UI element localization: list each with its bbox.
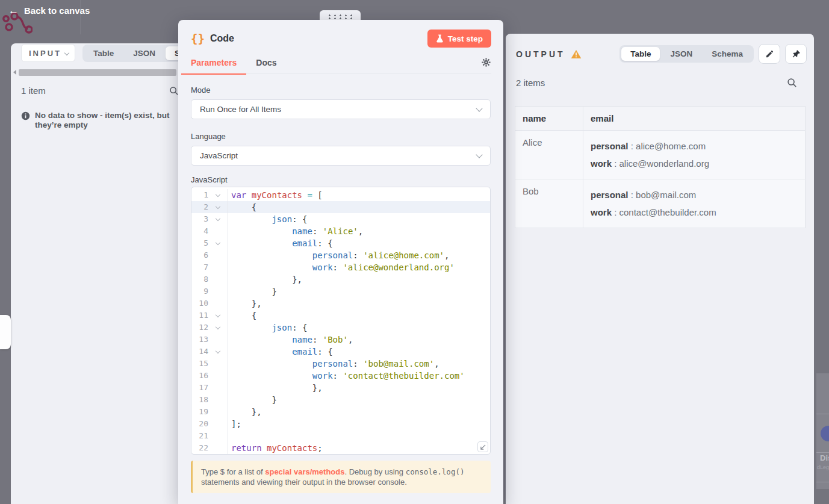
code-text: } bbox=[228, 394, 277, 406]
back-to-canvas-label: Back to canvas bbox=[24, 5, 90, 16]
code-line[interactable]: 14 email: { bbox=[191, 346, 490, 358]
gear-icon[interactable] bbox=[481, 57, 491, 67]
code-line[interactable]: 6 personal: 'alice@home.com', bbox=[191, 249, 490, 261]
code-line[interactable]: 11 { bbox=[191, 310, 490, 322]
cell-email: personal : alice@home.comwork : alice@wo… bbox=[583, 131, 806, 179]
test-step-label: Test step bbox=[448, 34, 483, 43]
output-tab-json[interactable]: JSON bbox=[661, 47, 701, 61]
fold-chevron-icon[interactable] bbox=[216, 325, 220, 329]
node-title-fragment: Dis bbox=[820, 453, 829, 462]
code-editor[interactable]: 1var myContacts = [2 {3 json: {4 name: '… bbox=[191, 187, 491, 455]
fold-gutter bbox=[208, 358, 228, 370]
code-line[interactable]: 18 } bbox=[191, 394, 490, 406]
fold-gutter bbox=[208, 249, 228, 261]
back-arrow-icon: ← bbox=[8, 5, 19, 16]
node-edge-line bbox=[816, 452, 829, 453]
background-workflow-node: Dis dLega bbox=[816, 373, 829, 489]
editor-resize-handle[interactable] bbox=[477, 441, 488, 452]
input-panel-title: INPUT bbox=[29, 49, 61, 58]
drag-dots-icon bbox=[327, 14, 353, 19]
fold-gutter bbox=[208, 285, 228, 297]
back-to-canvas-link[interactable]: ← Back to canvas bbox=[8, 5, 90, 16]
code-text: personal: 'bob@mail.com', bbox=[228, 358, 439, 370]
column-header-email[interactable]: email bbox=[583, 107, 806, 131]
code-text: email: { bbox=[228, 346, 333, 358]
code-line[interactable]: 9 } bbox=[191, 285, 490, 297]
resize-icon bbox=[480, 444, 486, 450]
code-line[interactable]: 17 }, bbox=[191, 382, 490, 394]
output-data-table: name email Alicepersonal : alice@home.co… bbox=[515, 106, 806, 228]
line-number: 1 bbox=[191, 189, 208, 201]
search-icon[interactable] bbox=[787, 78, 797, 88]
output-tab-schema[interactable]: Schema bbox=[703, 47, 752, 61]
code-line[interactable]: 22return myContacts; bbox=[191, 442, 490, 454]
code-line[interactable]: 19 }, bbox=[191, 406, 490, 418]
mode-field-label: Mode bbox=[191, 86, 211, 95]
code-line[interactable]: 7 work: 'alice@wonderland.org' bbox=[191, 261, 490, 273]
line-number: 8 bbox=[191, 273, 208, 285]
scroll-left-arrow-icon[interactable] bbox=[13, 70, 16, 75]
input-tab-json[interactable]: JSON bbox=[124, 46, 164, 60]
search-icon[interactable] bbox=[169, 86, 179, 96]
output-view-tabs: Table JSON Schema bbox=[619, 45, 754, 63]
code-line[interactable]: 12 json: { bbox=[191, 322, 490, 334]
fold-chevron-icon[interactable] bbox=[216, 240, 220, 245]
fold-gutter bbox=[208, 261, 228, 273]
table-row[interactable]: Bobpersonal : bob@mail.comwork : contact… bbox=[515, 179, 806, 228]
fold-gutter bbox=[208, 322, 228, 334]
line-number: 9 bbox=[191, 285, 208, 297]
tab-docs[interactable]: Docs bbox=[246, 56, 286, 73]
cell-email: personal : bob@mail.comwork : contact@th… bbox=[583, 179, 806, 228]
pin-data-button[interactable] bbox=[785, 44, 807, 64]
fold-chevron-icon[interactable] bbox=[216, 216, 220, 221]
node-service-icon bbox=[821, 426, 829, 441]
special-vars-link[interactable]: special vars/methods bbox=[265, 467, 344, 476]
input-selector-dropdown[interactable]: INPUT bbox=[21, 44, 75, 62]
scrollbar-thumb[interactable] bbox=[19, 69, 176, 76]
code-line[interactable]: 15 personal: 'bob@mail.com', bbox=[191, 358, 490, 370]
code-line[interactable]: 8 }, bbox=[191, 273, 490, 285]
table-row[interactable]: Alicepersonal : alice@home.comwork : ali… bbox=[515, 131, 806, 179]
line-number: 7 bbox=[191, 261, 208, 273]
warning-icon bbox=[571, 49, 582, 59]
line-number: 15 bbox=[191, 358, 208, 370]
code-line[interactable]: 2 { bbox=[191, 201, 490, 213]
test-step-button[interactable]: Test step bbox=[427, 30, 491, 48]
code-line[interactable]: 4 name: 'Alice', bbox=[191, 225, 490, 237]
code-text: work: 'contact@thebuilder.com' bbox=[228, 370, 465, 382]
input-tab-table[interactable]: Table bbox=[84, 46, 123, 60]
code-text: }, bbox=[228, 273, 302, 285]
code-text: var myContacts = [ bbox=[228, 189, 323, 201]
code-node-icon: {} bbox=[191, 32, 205, 45]
column-header-name[interactable]: name bbox=[515, 107, 583, 131]
fold-chevron-icon[interactable] bbox=[216, 313, 220, 317]
language-select[interactable]: JavaScript bbox=[191, 146, 491, 166]
line-number: 6 bbox=[191, 249, 208, 261]
input-collapse-handle[interactable] bbox=[0, 315, 11, 349]
code-text: email: { bbox=[228, 237, 333, 249]
info-icon bbox=[21, 111, 30, 120]
tab-parameters[interactable]: Parameters bbox=[181, 56, 246, 75]
fold-chevron-icon[interactable] bbox=[216, 204, 220, 209]
code-line[interactable]: 20]; bbox=[191, 418, 490, 430]
fold-chevron-icon[interactable] bbox=[216, 192, 220, 197]
fold-gutter bbox=[208, 430, 228, 442]
code-line[interactable]: 13 name: 'Bob', bbox=[191, 334, 490, 346]
code-text: name: 'Alice', bbox=[228, 225, 363, 237]
editor-hint: Type $ for a list of special vars/method… bbox=[191, 461, 491, 493]
fold-chevron-icon[interactable] bbox=[216, 349, 220, 353]
mode-select[interactable]: Run Once for All Items bbox=[191, 99, 491, 119]
fold-gutter bbox=[208, 273, 228, 285]
fold-gutter bbox=[208, 442, 228, 454]
code-line[interactable]: 5 email: { bbox=[191, 237, 490, 249]
code-line[interactable]: 16 work: 'contact@thebuilder.com' bbox=[191, 370, 490, 382]
code-text: } bbox=[228, 285, 277, 297]
code-line[interactable]: 1var myContacts = [ bbox=[191, 189, 490, 201]
code-line[interactable]: 21 bbox=[191, 430, 490, 442]
code-text: json: { bbox=[228, 213, 307, 225]
edit-output-button[interactable] bbox=[759, 44, 780, 64]
node-edge-line bbox=[816, 482, 829, 482]
output-tab-table[interactable]: Table bbox=[621, 47, 660, 61]
code-line[interactable]: 10 }, bbox=[191, 297, 490, 310]
code-line[interactable]: 3 json: { bbox=[191, 213, 490, 225]
